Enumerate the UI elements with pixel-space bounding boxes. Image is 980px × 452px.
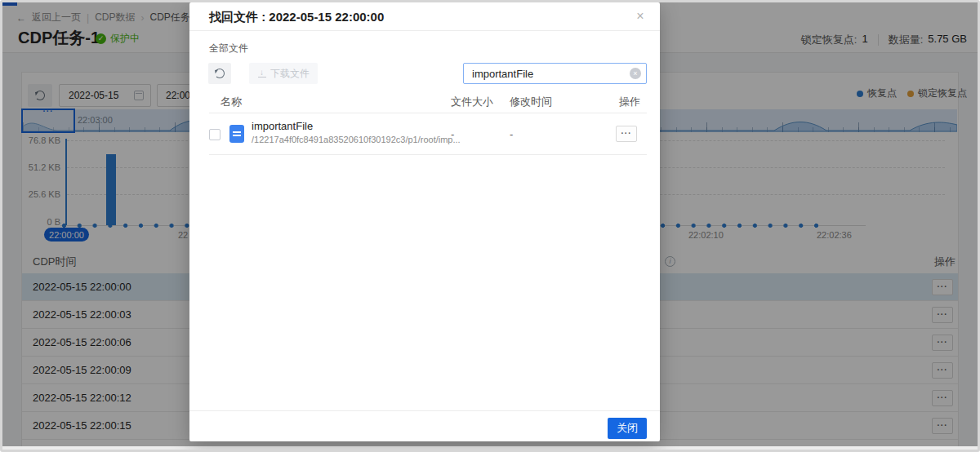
download-icon: ↓	[257, 69, 266, 78]
all-files-label: 全部文件	[209, 42, 248, 55]
column-header-modified: 修改时间	[510, 95, 552, 109]
file-modified-cell: -	[510, 128, 513, 140]
download-file-button[interactable]: ↓ 下载文件	[249, 63, 318, 84]
app-window: ← 返回上一页 | CDP数据 › CDP任务-1 CDP任务-1 ✓ 保护中 …	[0, 0, 980, 452]
close-icon[interactable]: ×	[632, 8, 648, 24]
file-size-cell: -	[451, 128, 454, 140]
column-header-size: 文件大小	[451, 95, 493, 109]
row-checkbox[interactable]	[209, 129, 220, 140]
download-button-label: 下载文件	[270, 67, 310, 81]
file-icon	[229, 125, 244, 143]
frame-bottom-strip	[2, 446, 978, 450]
row-more-button[interactable]: ···	[616, 126, 637, 142]
file-search-input[interactable]	[463, 63, 647, 84]
dialog-header: 找回文件 : 2022-05-15 22:00:00 ×	[189, 2, 660, 31]
clear-search-icon[interactable]: ×	[630, 68, 641, 79]
file-path: /12217a4f0fc8491a83520610f30192c3/p1/roo…	[252, 135, 461, 144]
file-table-header: 名称 文件大小 修改时间 操作	[209, 87, 647, 113]
column-header-name: 名称	[220, 95, 242, 109]
file-table-row[interactable]: importantFile /12217a4f0fc8491a83520610f…	[209, 114, 647, 155]
refresh-icon	[215, 69, 225, 78]
dialog-footer: 关闭	[189, 410, 660, 441]
close-dialog-button[interactable]: 关闭	[608, 418, 647, 439]
column-header-action: 操作	[619, 95, 640, 109]
retrieve-file-dialog: 找回文件 : 2022-05-15 22:00:00 × 全部文件 ↓ 下载文件…	[189, 2, 660, 441]
dialog-title: 找回文件 : 2022-05-15 22:00:00	[209, 10, 384, 25]
file-name: importantFile	[252, 120, 313, 132]
refresh-button[interactable]	[208, 63, 231, 84]
